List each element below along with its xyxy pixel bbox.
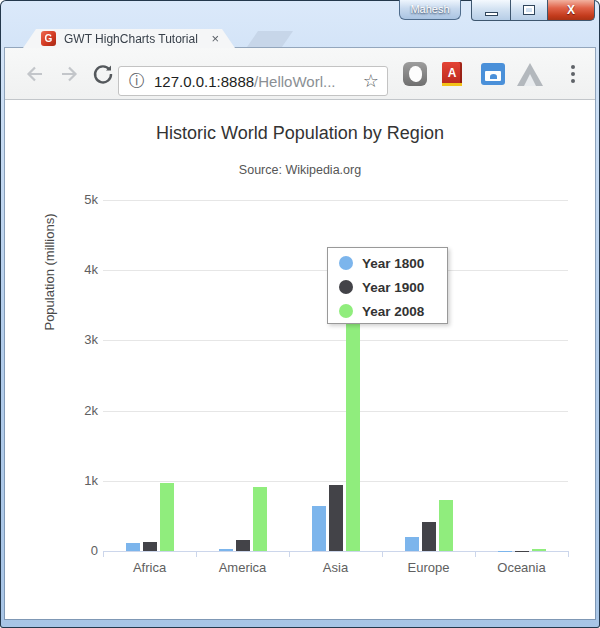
gwt-favicon-icon: G bbox=[41, 31, 56, 46]
column-bar-year-2008-europe[interactable] bbox=[439, 500, 453, 551]
tab-title: GWT HighCharts Tutorial bbox=[64, 32, 198, 46]
extension-icon-gray[interactable] bbox=[403, 62, 427, 86]
column-bar-year-1800-europe[interactable] bbox=[405, 537, 419, 551]
tab-close-icon[interactable]: × bbox=[211, 32, 219, 45]
forward-button[interactable] bbox=[57, 62, 81, 86]
reload-button[interactable] bbox=[91, 62, 115, 86]
legend-marker-icon bbox=[339, 304, 353, 318]
column-bar-year-2008-africa[interactable] bbox=[160, 483, 174, 551]
column-bar-year-1900-asia[interactable] bbox=[329, 485, 343, 551]
x-axis-tick bbox=[196, 551, 197, 557]
extension-blob-icon bbox=[409, 66, 422, 82]
x-axis-tick bbox=[103, 551, 104, 557]
page-content: Historic World Population by Region Sour… bbox=[5, 101, 595, 619]
extension-icon-red-book[interactable]: A bbox=[442, 62, 462, 86]
y-axis-tick-label: 4k bbox=[5, 262, 98, 278]
bookmark-star-icon[interactable]: ☆ bbox=[363, 72, 379, 90]
reload-icon bbox=[91, 62, 115, 86]
x-axis-tick bbox=[475, 551, 476, 557]
column-bar-year-1900-africa[interactable] bbox=[143, 542, 157, 551]
x-axis-tick bbox=[568, 551, 569, 557]
x-axis-category-label: Europe bbox=[384, 560, 474, 575]
chrome-menu-button[interactable] bbox=[566, 61, 580, 87]
y-axis-tick-label: 2k bbox=[5, 403, 98, 419]
url-text[interactable]: 127.0.0.1:8888/HelloWorl... bbox=[154, 73, 336, 90]
extension-icon-screenshot[interactable] bbox=[481, 63, 505, 85]
gridline bbox=[103, 481, 568, 482]
address-bar[interactable]: ⓘ 127.0.0.1:8888/HelloWorl... ☆ bbox=[118, 66, 388, 96]
x-axis-category-label: Oceania bbox=[477, 560, 567, 575]
y-axis-tick-label: 3k bbox=[5, 332, 98, 348]
x-axis-tick bbox=[289, 551, 290, 557]
column-bar-year-2008-america[interactable] bbox=[253, 487, 267, 551]
window-controls: X bbox=[472, 0, 595, 21]
column-bar-year-1800-africa[interactable] bbox=[126, 543, 140, 551]
minimize-icon bbox=[485, 12, 498, 16]
column-bar-year-1900-america[interactable] bbox=[236, 540, 250, 551]
legend-item[interactable]: Year 1800 bbox=[328, 251, 447, 275]
legend-item[interactable]: Year 1900 bbox=[328, 275, 447, 299]
column-bar-year-2008-oceania[interactable] bbox=[532, 549, 546, 551]
url-host: 127.0.0.1:8888 bbox=[154, 73, 254, 90]
column-bar-year-1800-america[interactable] bbox=[219, 549, 233, 551]
profile-button[interactable]: Mahesh bbox=[399, 0, 461, 20]
browser-window: Mahesh X G GWT HighCharts Tutorial × bbox=[0, 0, 600, 628]
legend-marker-icon bbox=[339, 256, 353, 270]
back-arrow-icon bbox=[23, 62, 47, 86]
legend-label: Year 1800 bbox=[362, 256, 424, 271]
url-path: /HelloWorl... bbox=[254, 73, 335, 90]
gridline bbox=[103, 411, 568, 412]
maximize-icon bbox=[523, 5, 535, 15]
y-axis-tick-label: 1k bbox=[5, 473, 98, 489]
legend-label: Year 2008 bbox=[362, 304, 424, 319]
x-axis-category-label: America bbox=[198, 560, 288, 575]
column-bar-year-1800-asia[interactable] bbox=[312, 506, 326, 551]
toolbar: ⓘ 127.0.0.1:8888/HelloWorl... ☆ A bbox=[5, 48, 595, 100]
gridline bbox=[103, 340, 568, 341]
column-bar-year-1900-europe[interactable] bbox=[422, 522, 436, 551]
y-axis-tick-label: 5k bbox=[5, 192, 98, 208]
chart-plot-area: 01k2k3k4k5kAfricaAmericaAsiaEuropeOceani… bbox=[5, 101, 595, 619]
browser-chrome: ⓘ 127.0.0.1:8888/HelloWorl... ☆ A Histor… bbox=[5, 48, 595, 619]
x-axis-category-label: Asia bbox=[291, 560, 381, 575]
chart-legend: Year 1800Year 1900Year 2008 bbox=[327, 247, 448, 324]
legend-label: Year 1900 bbox=[362, 280, 424, 295]
legend-item[interactable]: Year 2008 bbox=[328, 299, 447, 323]
maximize-button[interactable] bbox=[510, 0, 548, 21]
close-window-button[interactable]: X bbox=[547, 0, 595, 21]
minimize-button[interactable] bbox=[471, 0, 511, 21]
x-axis-line bbox=[103, 551, 568, 552]
gridline bbox=[103, 200, 568, 201]
x-axis-tick bbox=[382, 551, 383, 557]
y-axis-tick-label: 0 bbox=[5, 543, 98, 559]
x-axis-category-label: Africa bbox=[105, 560, 195, 575]
page-info-icon[interactable]: ⓘ bbox=[129, 73, 145, 89]
back-button[interactable] bbox=[23, 62, 47, 86]
tab-gwt-highcharts-tutorial[interactable]: G GWT HighCharts Tutorial × bbox=[23, 29, 235, 48]
extension-icon-drive[interactable] bbox=[517, 63, 543, 86]
forward-arrow-icon bbox=[57, 62, 81, 86]
close-icon: X bbox=[567, 3, 575, 17]
legend-marker-icon bbox=[339, 280, 353, 294]
